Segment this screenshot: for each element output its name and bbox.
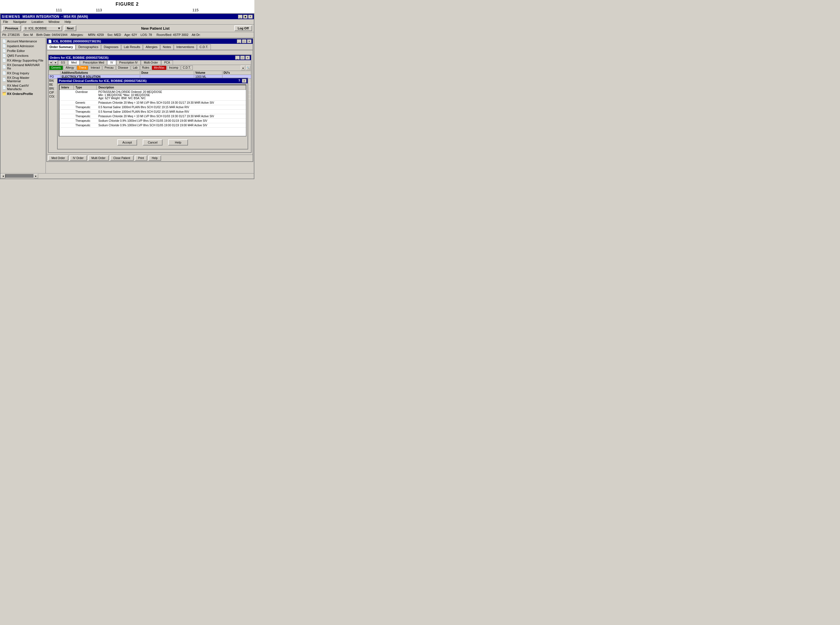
cancel-button[interactable]: Cancel	[143, 139, 163, 146]
maximize-button[interactable]: ■	[243, 15, 247, 19]
med-order-button[interactable]: Med Order	[48, 155, 68, 161]
title-bar-left: SIEMENS MS4/RX INTEGRATION - MS4 RX (MAI…	[2, 14, 88, 19]
sidebar: 📄 Account Maintenance 📄 Inpatient Admiss…	[0, 37, 46, 173]
tab-iv[interactable]: IV	[107, 60, 116, 65]
scroll-right-button[interactable]: ►	[34, 174, 38, 178]
sidebar-item-rx-med-cart[interactable]: 📄 RX Med Cart/IV Manufactu	[1, 83, 45, 91]
patient-window: 📄 ICE, BOBBIE (000000002738235) _ □ × Or…	[47, 38, 253, 162]
accept-button[interactable]: Accept	[117, 139, 137, 146]
log-off-button[interactable]: Log Off	[234, 25, 252, 31]
orders-close-button[interactable]: ×	[245, 56, 250, 60]
menu-navigator[interactable]: Navigator	[12, 20, 27, 24]
patient-close-button[interactable]: ×	[247, 39, 252, 43]
minimize-button[interactable]: _	[238, 15, 243, 19]
iv-order-button[interactable]: IV Order	[70, 155, 87, 161]
tab-lab-results[interactable]: Lab Results	[121, 44, 143, 50]
sort-up-button[interactable]: ▲	[241, 65, 245, 70]
sidebar-item-inpatient-admission[interactable]: 📄 Inpatient Admission	[1, 44, 45, 48]
tab-prescription-iv[interactable]: Prescription IV	[116, 60, 141, 65]
drug-tab-rules[interactable]: Rules	[140, 65, 151, 70]
menu-help[interactable]: Help	[64, 20, 72, 24]
sidebar-item-rx-demand[interactable]: 📄 RX Demand MAR/IVAR Re	[1, 63, 45, 71]
nav-left-button[interactable]: ◄	[48, 60, 53, 65]
scrollbar-thumb[interactable]	[5, 174, 34, 178]
tab-demographics[interactable]: Demographics	[76, 44, 101, 50]
drug-tab-cdt2[interactable]: C.D.T.	[181, 65, 193, 70]
sidebar-label: RX Demand MAR/IVAR Re	[7, 63, 44, 70]
drug-tab-generic[interactable]: Generic	[49, 65, 63, 70]
svc-value: MED	[114, 33, 121, 36]
sidebar-item-rx-allergy[interactable]: 📄 RX Allergy Supporting File	[1, 58, 45, 63]
nav-right-button[interactable]: ►	[53, 60, 58, 65]
close-button[interactable]: ×	[248, 15, 253, 19]
sidebar-item-account-maintenance[interactable]: 📄 Account Maintenance	[1, 39, 45, 44]
sex-label: Sex:	[23, 33, 30, 36]
row-type: Overdose	[74, 90, 96, 101]
tab-pca[interactable]: PCA	[161, 60, 173, 65]
help-bottom-button[interactable]: Help	[148, 155, 161, 161]
drug-tab-interact[interactable]: Interact	[89, 65, 102, 70]
patient-icon-small: 📄	[48, 40, 52, 43]
col-header-description: Description	[96, 86, 246, 90]
sidebar-item-rx-drug-inquiry[interactable]: 📄 RX Drug Inquiry	[1, 71, 45, 75]
orders-restore-button[interactable]: □	[240, 56, 245, 60]
row-type: Therapeutic	[74, 119, 96, 123]
help-button[interactable]: Help	[168, 139, 188, 146]
drug-tab-minmax[interactable]: Min/Max	[152, 65, 166, 70]
tab-prescription-med[interactable]: Prescription Med	[80, 60, 107, 65]
patient-restore-button[interactable]: □	[242, 39, 246, 43]
row-interv	[60, 90, 74, 101]
app-scrollbar: ◄ ►	[0, 173, 254, 179]
sidebar-label: RX Med Cart/IV Manufactu	[7, 84, 44, 91]
row-interv	[60, 110, 74, 114]
siemens-logo: SIEMENS	[2, 14, 20, 19]
conflicts-title-bar: Potential Clinical Conflicts for ICE, BO…	[58, 78, 247, 83]
menu-location[interactable]: Location	[31, 20, 44, 24]
col-header-additives: Additives/Solutions	[61, 71, 140, 74]
col-header-interv: Interv	[60, 86, 74, 90]
drug-tab-thera[interactable]: Thera	[77, 65, 88, 70]
conflicts-help-icon: ?	[238, 79, 240, 83]
tab-allergies[interactable]: Allergies	[143, 44, 160, 50]
patient-dropdown[interactable]: ① ICE, BOBBIE ▼	[23, 26, 62, 31]
orders-table-header: Additives/Solutions Dose Volume DU's	[48, 71, 251, 75]
tab-notes[interactable]: Notes	[160, 44, 174, 50]
search-button[interactable]: 🔍	[246, 65, 250, 70]
previous-button[interactable]: Previous	[2, 25, 21, 31]
mri-value: 4259	[97, 33, 104, 36]
close-patient-button[interactable]: Close Patient	[110, 155, 134, 161]
drug-tab-allergy[interactable]: Allergy	[64, 65, 76, 70]
print-button[interactable]: Print	[135, 155, 148, 161]
sidebar-label: Inpatient Admission	[7, 44, 34, 48]
drug-tab-incomp[interactable]: Incomp	[167, 65, 180, 70]
drug-tab-precau[interactable]: Precau	[103, 65, 116, 70]
menu-file[interactable]: File	[2, 20, 9, 24]
menu-window[interactable]: Window	[47, 20, 60, 24]
tab-05[interactable]: 0.5	[58, 60, 68, 65]
patient-minimize-button[interactable]: _	[237, 39, 241, 43]
menu-bar: File Navigator Location Window Help	[0, 19, 254, 25]
document-icon: 📄	[2, 59, 6, 62]
dropdown-arrow-icon: ▼	[58, 26, 61, 30]
conflicts-close-button[interactable]: ×	[242, 79, 246, 83]
col-header-type: Type	[74, 86, 96, 90]
window-subtitle: - MS4 RX (MAIN)	[61, 15, 88, 19]
next-button[interactable]: Next	[64, 25, 76, 31]
multi-order-button[interactable]: Multi Order	[88, 155, 109, 161]
orders-minimize-button[interactable]: _	[235, 56, 240, 60]
sidebar-item-rx-orders[interactable]: 🗂️ RX Orders/Profile	[1, 91, 45, 96]
sidebar-item-profile-editor[interactable]: 📄 Profile Editor	[1, 48, 45, 53]
sidebar-item-rx-drug-master[interactable]: 📄 RX Drug Master Maintenar	[1, 75, 45, 83]
drug-tab-lab[interactable]: Lab	[131, 65, 140, 70]
tab-med[interactable]: Med	[68, 60, 80, 65]
scroll-left-button[interactable]: ◄	[1, 174, 5, 178]
sidebar-item-qms-functions[interactable]: 📄 QMS Functions	[1, 53, 45, 58]
tab-interventions[interactable]: Interventions	[174, 44, 197, 50]
drug-tab-disease[interactable]: Disease	[116, 65, 130, 70]
tab-order-summary[interactable]: Order Summary	[47, 44, 75, 50]
tab-cdt[interactable]: C.D.T.	[197, 44, 211, 50]
conflicts-window: Potential Clinical Conflicts for ICE, BO…	[57, 78, 248, 149]
tab-multi-order[interactable]: Multi-Order	[141, 60, 161, 65]
birth-date-label: Birth Date:	[36, 33, 51, 36]
tab-diagnoses[interactable]: Diagnoses	[101, 44, 121, 50]
